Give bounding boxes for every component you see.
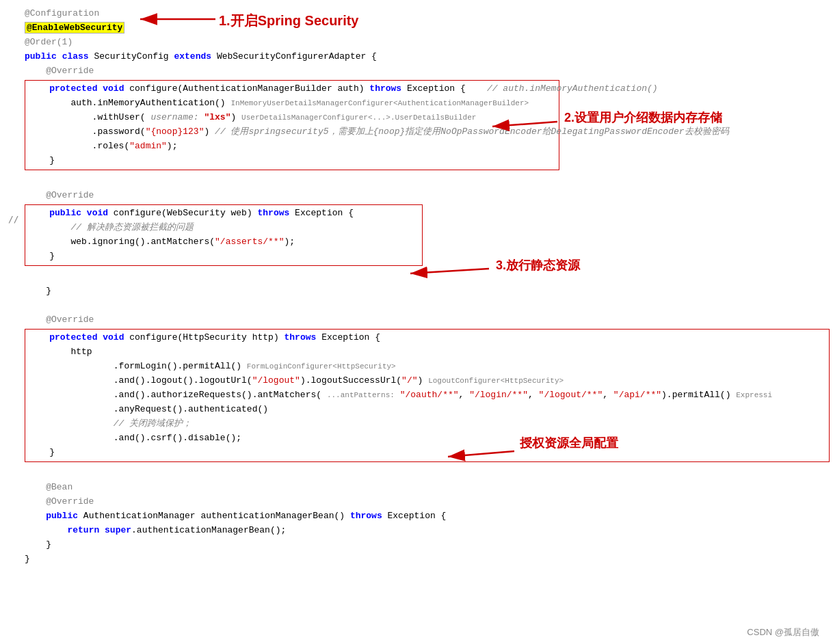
line-httpsec-authorize: .and().authorizeRequests().antMatchers( … [28, 388, 826, 403]
line-auth-manager-bean: public AuthenticationManager authenticat… [7, 509, 833, 524]
line-websec-comment: // 解决静态资源被拦截的问题 [28, 221, 419, 235]
line-enable-web-security: @EnableWebSecurity [7, 21, 833, 36]
line-order: @Order(1) [7, 36, 833, 50]
line-blank-1 [7, 174, 833, 189]
callout-auth-config: 授权资源全局配置 [520, 433, 618, 453]
line-bean: @Bean [7, 481, 833, 495]
line-return-super: return super.authenticationManagerBean()… [7, 524, 833, 538]
block-http-security: protected void configure(HttpSecurity ht… [25, 329, 830, 462]
line-blank-2 [7, 270, 833, 284]
line-httpsec-logout: .and().logout().logoutUrl("/logout").log… [28, 374, 826, 388]
line-override-3: @Override [7, 313, 833, 327]
line-blank-4 [7, 466, 833, 481]
line-auth-withuser: .withUser( username: "lxs") UserDetailsM… [28, 111, 556, 125]
line-override-4: @Override [7, 495, 833, 509]
callout-static-resource: 3.放行静态资源 [496, 256, 580, 276]
line-ws-end-brace: } [7, 284, 833, 299]
line-httpsec-csrf: .and().csrf().disable(); [28, 431, 826, 446]
callout-user-data: 2.设置用户介绍数据内存存储 [564, 108, 722, 128]
block-auth-manager: protected void configure(AuthenticationM… [25, 80, 559, 170]
line-auth-roles: .roles("admin"); [28, 139, 556, 154]
line-auth-sig: protected void configure(AuthenticationM… [28, 82, 556, 96]
code-area: @Configuration @EnableWebSecurity @Order… [0, 0, 833, 588]
callout-spring-security: 1.开启Spring Security [219, 10, 359, 31]
side-comment-websec: // [8, 213, 19, 227]
footer-credit: CSDN @孤居自傲 [747, 626, 819, 639]
block-web-security: public void configure(WebSecurity web) t… [25, 204, 423, 266]
line-blank-5 [7, 567, 833, 581]
line-auth-password: .password("{noop}123") // 使用springsecuri… [28, 125, 556, 139]
line-httpsec-sig: protected void configure(HttpSecurity ht… [28, 331, 826, 345]
line-websec-ignore: web.ignoring().antMatchers("/asserts/**"… [28, 235, 419, 250]
line-httpsec-formlogin: .formLogin().permitAll() FormLoginConfig… [28, 360, 826, 374]
line-inner-close: } [7, 538, 833, 552]
line-httpsec-close: } [28, 446, 826, 460]
line-override-2: @Override [7, 189, 833, 203]
line-websec-close: } [28, 250, 419, 264]
line-auth-inmemory: auth.inMemoryAuthentication() InMemoryUs… [28, 96, 556, 111]
line-configuration: @Configuration [7, 7, 833, 21]
line-httpsec-anyrequest: .anyRequest().authenticated() [28, 403, 826, 417]
line-httpsec-http: http [28, 345, 826, 360]
line-blank-3 [7, 299, 833, 313]
enable-web-security-annotation: @EnableWebSecurity [25, 22, 124, 33]
line-outer-close: } [7, 552, 833, 567]
line-override-1: @Override [7, 64, 833, 79]
line-httpsec-csrf-comment: // 关闭跨域保护； [28, 417, 826, 431]
line-websec-sig: public void configure(WebSecurity web) t… [28, 206, 419, 221]
line-auth-close: } [28, 154, 556, 168]
line-class-decl: public class SecurityConfig extends WebS… [7, 50, 833, 64]
